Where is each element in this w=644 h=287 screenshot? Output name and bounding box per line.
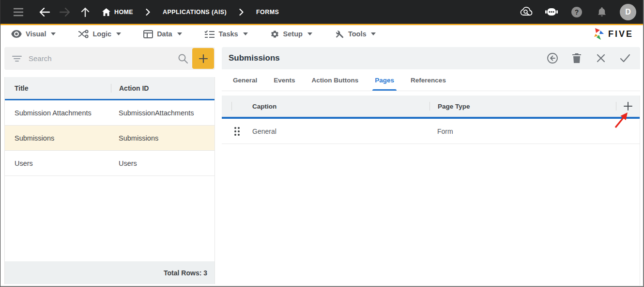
forms-list-panel: Title Action ID Submission Attachments S… <box>4 47 215 284</box>
add-form-button[interactable] <box>192 48 214 69</box>
add-page-button[interactable] <box>622 100 634 112</box>
breadcrumb: HOME APPLICATIONS (AIS) FORMS <box>102 8 279 16</box>
table-empty-space <box>5 176 215 261</box>
check-icon <box>620 54 630 63</box>
breadcrumb-forms[interactable]: FORMS <box>256 9 279 16</box>
forward-arrow-icon[interactable] <box>58 5 72 19</box>
tab-events[interactable]: Events <box>265 69 303 91</box>
pages-table-header: Caption Page Type <box>222 96 640 119</box>
total-rows-footer: Total Rows: 3 <box>5 261 215 284</box>
dropdown-caret-icon <box>243 32 248 35</box>
tab-pages[interactable]: Pages <box>367 69 402 91</box>
row-action-id: Submissions <box>111 134 158 142</box>
drag-dots-icon <box>234 127 240 136</box>
back-arrow-icon[interactable] <box>37 5 52 19</box>
column-header-caption[interactable]: Caption <box>252 103 429 110</box>
close-icon <box>596 53 606 63</box>
dropdown-caret-icon <box>177 32 182 35</box>
eye-icon <box>11 30 22 38</box>
table-icon <box>143 30 153 38</box>
menu-label: Tasks <box>219 30 238 38</box>
home-icon <box>102 8 110 16</box>
detail-header: Submissions <box>222 47 640 69</box>
row-title: Users <box>15 159 111 167</box>
filter-icon <box>12 55 22 62</box>
close-button[interactable] <box>595 52 607 64</box>
tab-general[interactable]: General <box>225 69 265 91</box>
delete-button[interactable] <box>570 52 583 64</box>
search-icon[interactable] <box>178 53 188 64</box>
drag-handle[interactable] <box>231 127 252 136</box>
chevron-right-icon <box>146 9 150 16</box>
page-caption: General <box>252 128 429 135</box>
notifications-bell-icon[interactable] <box>595 5 609 19</box>
revert-circle-icon <box>547 52 558 64</box>
help-icon[interactable]: ? <box>569 5 584 19</box>
column-header-page-type[interactable]: Page Type <box>430 103 616 110</box>
five-logo: FIVE <box>592 28 633 41</box>
tools-icon <box>335 30 344 39</box>
gear-icon <box>270 30 279 39</box>
app-window: HOME APPLICATIONS (AIS) FORMS ? <box>0 0 644 287</box>
table-row-selected[interactable]: Submissions Submissions <box>5 126 215 151</box>
search-input[interactable] <box>29 54 178 63</box>
menu-toolbar: Visual Logic Data Tasks Setup Tools <box>0 25 643 43</box>
table-empty-space <box>222 144 640 286</box>
plus-icon <box>199 54 208 64</box>
breadcrumb-label: HOME <box>114 9 133 16</box>
svg-text:?: ? <box>575 8 579 16</box>
column-divider <box>231 102 232 111</box>
column-header-action-id[interactable]: Action ID <box>111 84 149 92</box>
detail-tabs: General Events Action Buttons Pages Refe… <box>222 69 640 91</box>
row-action-id: Users <box>111 159 137 167</box>
page-type: Form <box>429 128 616 135</box>
pages-table: Caption Page Type General Form <box>222 96 640 286</box>
form-detail-panel: Submissions General <box>222 47 640 286</box>
breadcrumb-applications[interactable]: APPLICATIONS (AIS) <box>163 9 227 16</box>
hamburger-menu-icon[interactable] <box>11 5 26 19</box>
logic-flow-icon <box>78 30 89 38</box>
save-button[interactable] <box>619 52 631 64</box>
menu-label: Data <box>157 30 172 38</box>
chevron-right-icon <box>239 9 244 16</box>
forms-table: Title Action ID Submission Attachments S… <box>4 77 215 284</box>
detail-title: Submissions <box>229 53 280 63</box>
breadcrumb-home[interactable]: HOME <box>102 8 133 16</box>
menu-logic[interactable]: Logic <box>78 30 121 38</box>
row-action-id: SubmissionAttachments <box>111 109 194 117</box>
revert-button[interactable] <box>546 52 559 64</box>
table-row[interactable]: Users Users <box>5 151 215 176</box>
menu-label: Logic <box>92 30 111 38</box>
search-bar <box>4 47 215 70</box>
brand-name: FIVE <box>608 29 633 39</box>
tab-action-buttons[interactable]: Action Buttons <box>304 69 367 91</box>
menu-label: Tools <box>348 30 367 38</box>
cloud-search-icon[interactable] <box>519 5 534 19</box>
total-rows-label: Total Rows: 3 <box>164 269 207 277</box>
menu-tools[interactable]: Tools <box>335 30 376 39</box>
menu-label: Setup <box>283 30 303 38</box>
forms-table-header: Title Action ID <box>5 77 215 100</box>
dropdown-caret-icon <box>116 32 121 35</box>
dropdown-caret-icon <box>307 32 312 35</box>
trash-icon <box>572 53 582 64</box>
checklist-icon <box>204 30 215 38</box>
up-arrow-icon[interactable] <box>78 5 92 19</box>
table-row[interactable]: Submission Attachments SubmissionAttachm… <box>5 100 215 126</box>
menu-tasks[interactable]: Tasks <box>204 30 248 38</box>
row-title: Submissions <box>15 134 111 142</box>
row-title: Submission Attachments <box>15 109 111 117</box>
column-header-title[interactable]: Title <box>15 84 111 92</box>
five-pinwheel-icon <box>592 28 605 41</box>
dropdown-caret-icon <box>371 32 376 35</box>
page-row[interactable]: General Form <box>222 119 640 144</box>
menu-setup[interactable]: Setup <box>270 30 312 39</box>
menu-data[interactable]: Data <box>143 30 182 38</box>
tab-references[interactable]: References <box>402 69 454 91</box>
user-avatar[interactable]: D <box>620 4 636 20</box>
bot-assistant-icon[interactable] <box>544 5 559 19</box>
dropdown-caret-icon <box>51 32 56 35</box>
content-area: Title Action ID Submission Attachments S… <box>0 43 643 286</box>
menu-visual[interactable]: Visual <box>11 30 56 38</box>
menu-label: Visual <box>26 30 46 38</box>
